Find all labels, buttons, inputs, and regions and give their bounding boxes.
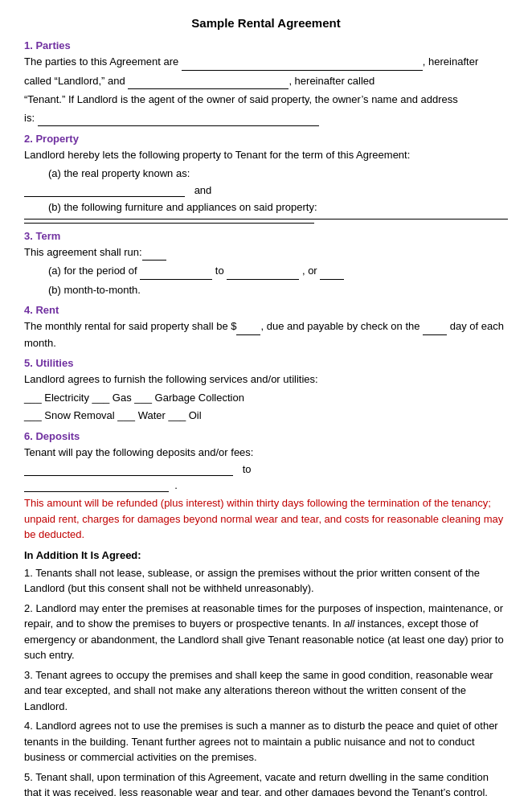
- term-label: 3. Term: [24, 230, 508, 242]
- parties-text2: called “Landlord,” and , hereinafter cal…: [24, 73, 508, 90]
- utilities-items: ___ Electricity ___ Gas ___ Garbage Coll…: [24, 390, 508, 406]
- item3: 3. Tenant agrees to occupy the premises …: [24, 667, 508, 715]
- in-addition-label: In Addition It Is Agreed:: [24, 549, 508, 561]
- deposits-label: 6. Deposits: [24, 430, 508, 442]
- deposits-to: to: [243, 463, 252, 475]
- item5: 5. Tenant shall, upon termination of thi…: [24, 769, 508, 797]
- section-in-addition: In Addition It Is Agreed: 1. Tenants sha…: [24, 549, 508, 797]
- parties-text3: “Tenant.” If Landlord is the agent of th…: [24, 92, 508, 108]
- utilities-label: 5. Utilities: [24, 357, 508, 369]
- property-b: (b) the following furniture and applianc…: [24, 199, 508, 215]
- document-title: Sample Rental Agreement: [24, 16, 508, 30]
- rent-text: The monthly rental for said property sha…: [24, 318, 508, 351]
- parties-is: is:: [24, 110, 508, 127]
- item4: 4. Landlord agrees not to use the premis…: [24, 718, 508, 765]
- section-term: 3. Term This agreement shall run: (a) fo…: [24, 230, 508, 298]
- item2: 2. Landlord may enter the premises at re…: [24, 601, 508, 663]
- term-a: (a) for the period of to , or: [24, 263, 508, 280]
- utilities-items2: ___ Snow Removal ___ Water ___ Oil: [24, 408, 508, 424]
- item1: 1. Tenants shall not lease, sublease, or…: [24, 565, 508, 597]
- property-text: Landlord hereby lets the following prope…: [24, 147, 508, 163]
- term-text: This agreement shall run:: [24, 244, 508, 261]
- parties-label: 1. Parties: [24, 39, 508, 51]
- section-rent: 4. Rent The monthly rental for said prop…: [24, 304, 508, 351]
- section-utilities: 5. Utilities Landlord agrees to furnish …: [24, 357, 508, 424]
- section-parties: 1. Parties The parties to this Agreement…: [24, 39, 508, 126]
- property-a: (a) the real property known as:: [24, 166, 508, 182]
- rent-label: 4. Rent: [24, 304, 508, 316]
- section-property: 2. Property Landlord hereby lets the fol…: [24, 133, 508, 224]
- section-deposits: 6. Deposits Tenant will pay the followin…: [24, 430, 508, 543]
- property-and: and: [194, 184, 212, 196]
- parties-text1: The parties to this Agreement are , here…: [24, 54, 508, 71]
- deposits-refund: This amount will be refunded (plus inter…: [24, 495, 508, 543]
- property-label: 2. Property: [24, 133, 508, 145]
- utilities-text: Landlord agrees to furnish the following…: [24, 371, 508, 388]
- deposits-text: Tenant will pay the following deposits a…: [24, 445, 508, 461]
- term-b: (b) month-to-month.: [24, 282, 508, 298]
